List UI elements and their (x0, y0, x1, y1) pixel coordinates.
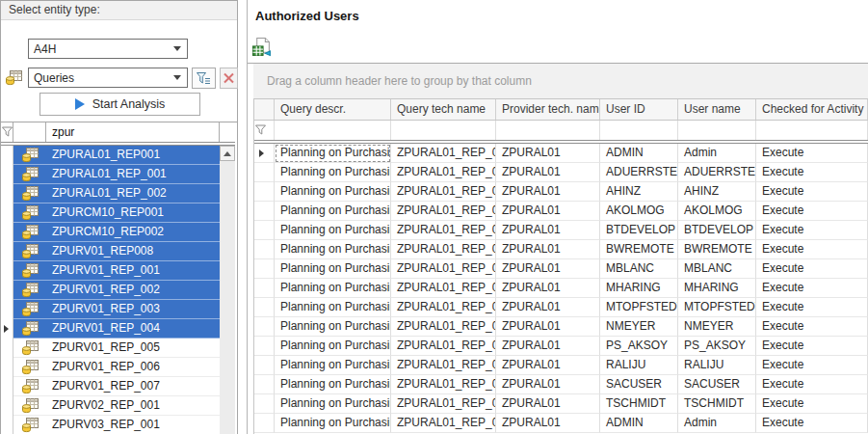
column-header[interactable]: Checked for Activity (756, 99, 868, 120)
table-row[interactable]: Planning on PurchasingZPURAL01_REP_001ZP… (254, 279, 868, 298)
list-item[interactable]: ZPURV01_REP_001 (1, 261, 220, 281)
column-header[interactable]: Provider tech. name (496, 99, 600, 120)
list-item[interactable]: ZPURAL01_REP001 (1, 146, 220, 165)
row-indicator-cell (254, 202, 275, 221)
list-item[interactable]: ZPURV01_REP_002 (1, 281, 220, 300)
grid-header-row: Query descr.Query tech nameProvider tech… (254, 99, 868, 121)
filter-cell[interactable] (600, 121, 678, 140)
table-cell: ZPURAL01 (496, 337, 600, 356)
table-row[interactable]: Planning on PurchasingZPURAL01_REP_001ZP… (254, 202, 868, 221)
list-item[interactable]: ZPURV03_REP_001 (1, 416, 220, 434)
table-row[interactable]: Planning on PurchasingZPURAL01_REP_001ZP… (254, 240, 868, 259)
query-name: ZPURV01_REP_002 (46, 281, 220, 300)
table-row[interactable]: Planning on PurchasingZPURAL01_REP_001ZP… (254, 375, 868, 394)
database-table-icon (21, 204, 39, 221)
table-cell: PS_AKSOY (600, 337, 678, 356)
query-name: ZPURV02_REP_001 (46, 396, 220, 416)
list-item[interactable]: ZPURV01_REP_005 (1, 339, 220, 358)
query-items: ZPURAL01_REP001 ZPURAL01_REP_001 ZPURAL0… (1, 146, 220, 434)
database-table-icon (21, 147, 39, 163)
query-table-icon (13, 396, 46, 416)
table-row[interactable]: Planning on PurchasingZPURAL01_REP_001ZP… (254, 356, 868, 375)
column-header[interactable]: User ID (600, 99, 678, 120)
list-item[interactable]: ZPURAL01_REP_001 (1, 165, 220, 184)
database-table-icon (21, 185, 39, 202)
filter-icon-column-cell[interactable] (13, 122, 46, 142)
column-header[interactable]: Query tech name (391, 99, 496, 120)
table-cell: ZPURAL01 (496, 414, 600, 433)
list-item[interactable]: ZPURCM10_REP002 (1, 223, 220, 242)
entity-selection-panel: Select entity type: A4H Queries (0, 0, 238, 434)
row-indicator-cell (1, 165, 13, 184)
table-cell: NMEYER (678, 317, 756, 337)
table-cell: AHINZ (600, 182, 678, 202)
export-excel-button[interactable] (252, 38, 272, 57)
table-cell: ZPURAL01_REP_001 (391, 144, 496, 163)
table-cell: ZPURAL01_REP_001 (391, 394, 496, 414)
entity-type-dropdown[interactable]: Queries (28, 68, 188, 88)
table-cell: MTOPFSTEDT (600, 298, 678, 317)
table-row[interactable]: Planning on PurchasingZPURAL01_REP_001ZP… (254, 163, 868, 182)
scroll-up-button[interactable] (220, 146, 235, 161)
table-row[interactable]: Planning on PurchasingZPURAL01_REP_001ZP… (254, 298, 868, 317)
list-item[interactable]: ZPURCM10_REP001 (1, 203, 220, 223)
query-name: ZPURAL01_REP001 (46, 146, 220, 165)
table-row[interactable]: Planning on PurchasingZPURAL01_REP_001ZP… (254, 221, 868, 240)
table-cell: MTOPFSTEDT (678, 298, 756, 317)
row-indicator-cell (1, 242, 13, 261)
table-cell: Planning on Purchasing (275, 337, 391, 356)
table-row[interactable]: Planning on PurchasingZPURAL01_REP_001ZP… (254, 259, 868, 279)
column-header[interactable]: User name (678, 99, 756, 120)
table-row[interactable]: Planning on PurchasingZPURAL01_REP_001ZP… (254, 182, 868, 202)
list-item[interactable]: ZPURV01_REP_007 (1, 377, 220, 396)
start-analysis-button[interactable]: Start Analysis (39, 93, 200, 116)
query-name: ZPURV01_REP_003 (46, 300, 220, 319)
panel-header: Select entity type: (1, 1, 237, 20)
filter-settings-button[interactable] (192, 68, 216, 89)
table-cell: ZPURAL01 (496, 356, 600, 375)
filter-cell[interactable] (275, 121, 391, 140)
list-item[interactable]: ZPURV01_REP008 (1, 242, 220, 261)
row-indicator-cell (1, 416, 13, 434)
filter-cell[interactable] (678, 121, 756, 140)
list-item[interactable]: ZPURV02_REP_001 (1, 396, 220, 416)
table-row[interactable]: Planning on PurchasingZPURAL01_REP_001ZP… (254, 317, 868, 337)
table-cell: MBLANC (600, 259, 678, 279)
query-table-icon (13, 223, 46, 242)
list-item[interactable]: ZPURV01_REP_006 (1, 358, 220, 377)
table-row[interactable]: Planning on PurchasingZPURAL01_REP_001ZP… (254, 394, 868, 414)
group-by-band[interactable]: Drag a column header here to group by th… (253, 64, 868, 98)
table-cell: BTDEVELOP (600, 221, 678, 240)
row-indicator-cell (254, 240, 275, 259)
table-cell: ZPURAL01_REP_001 (391, 317, 496, 337)
system-dropdown[interactable]: A4H (28, 39, 188, 59)
list-item[interactable]: ZPURV01_REP_004 (1, 319, 220, 339)
chevron-down-icon (173, 75, 181, 80)
query-filter-input[interactable]: zpur (46, 122, 220, 142)
table-cell: ZPURAL01 (496, 317, 600, 337)
filter-cell[interactable] (756, 121, 868, 140)
table-row[interactable]: Planning on PurchasingZPURAL01_REP_002ZP… (254, 414, 868, 433)
table-cell: ZPURAL01 (496, 298, 600, 317)
table-row[interactable]: Planning on PurchasingZPURAL01_REP_001ZP… (254, 337, 868, 356)
table-cell: ZPURAL01 (496, 202, 600, 221)
filter-cell[interactable] (391, 121, 496, 140)
table-cell: Admin (678, 144, 756, 163)
column-header[interactable]: Query descr. (275, 99, 391, 120)
table-cell: Planning on Purchasing (275, 163, 391, 182)
row-indicator-cell (254, 394, 275, 414)
table-row[interactable]: Planning on PurchasingZPURAL01_REP_001ZP… (254, 144, 868, 163)
list-item[interactable]: ZPURAL01_REP_002 (1, 184, 220, 203)
database-table-icon (21, 282, 39, 298)
table-cell: Execute (756, 240, 868, 259)
table-cell: ZPURAL01_REP_001 (391, 356, 496, 375)
table-cell: Planning on Purchasing (275, 221, 391, 240)
clear-filter-button[interactable] (220, 68, 238, 89)
list-item[interactable]: ZPURV01_REP_003 (1, 300, 220, 319)
row-indicator-cell (254, 356, 275, 375)
query-table-icon (13, 242, 46, 261)
grid-body: Planning on PurchasingZPURAL01_REP_001ZP… (254, 144, 868, 433)
query-list-scrollbar[interactable] (220, 146, 235, 434)
filter-cell[interactable] (496, 121, 600, 140)
table-cell: Planning on Purchasing (275, 414, 391, 433)
